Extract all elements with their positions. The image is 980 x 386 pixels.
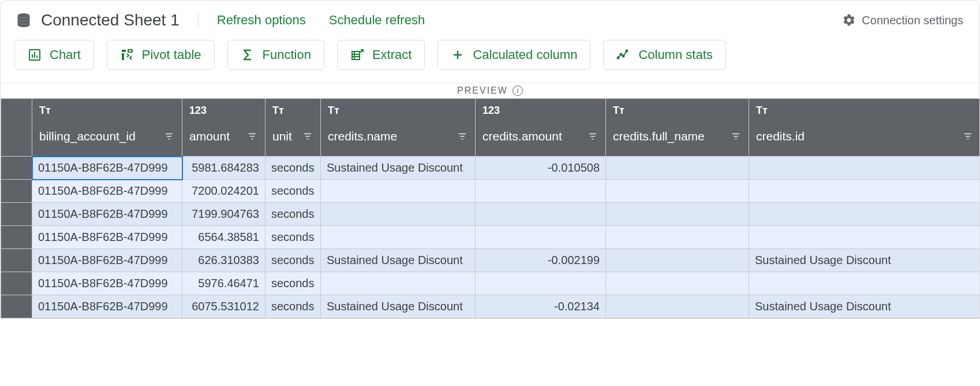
cell[interactable]: 01150A-B8F62B-47D999 — [32, 203, 182, 226]
row-gutter[interactable] — [1, 295, 32, 318]
cell[interactable] — [476, 180, 606, 203]
cell[interactable]: 7200.024201 — [182, 180, 265, 203]
cell[interactable] — [476, 203, 606, 226]
table-body: 01150A-B8F62B-47D9995981.684283secondsSu… — [1, 157, 981, 318]
cell[interactable]: 6075.531012 — [182, 295, 265, 318]
cell[interactable]: 5981.684283 — [182, 157, 265, 180]
column-header-credits-full_name[interactable]: Tтcredits.full_name — [606, 99, 749, 157]
cell[interactable]: seconds — [265, 203, 321, 226]
pivot-table-button[interactable]: Pivot table — [107, 40, 215, 70]
filter-icon[interactable] — [246, 131, 258, 142]
header-bar: Connected Sheet 1 Refresh options Schedu… — [1, 1, 979, 40]
cell[interactable] — [606, 272, 749, 295]
cell[interactable] — [321, 180, 476, 203]
column-name: billing_account_id — [39, 129, 136, 143]
cell[interactable] — [321, 203, 476, 226]
cell[interactable] — [606, 203, 749, 226]
type-badge: 123 — [189, 105, 258, 117]
refresh-options-link[interactable]: Refresh options — [217, 13, 306, 28]
cell[interactable] — [749, 180, 981, 203]
cell[interactable]: -0.010508 — [476, 157, 606, 180]
cell[interactable] — [476, 226, 606, 249]
cell[interactable] — [321, 272, 476, 295]
svg-rect-3 — [122, 53, 124, 60]
filter-icon[interactable] — [730, 131, 742, 142]
cell[interactable] — [606, 295, 749, 318]
table-row: 01150A-B8F62B-47D9996075.531012secondsSu… — [1, 295, 981, 318]
column-header-amount[interactable]: 123amount — [182, 99, 265, 157]
cell[interactable]: 7199.904763 — [182, 203, 265, 226]
row-gutter[interactable] — [1, 249, 32, 272]
type-badge: Tт — [756, 105, 974, 117]
filter-icon[interactable] — [587, 131, 599, 142]
column-header-unit[interactable]: Tтunit — [265, 99, 321, 157]
connection-settings-link[interactable]: Connection settings — [842, 13, 963, 27]
pivot-table-button-label: Pivot table — [142, 47, 201, 62]
cell[interactable]: 6564.38581 — [182, 226, 265, 249]
table-row: 01150A-B8F62B-47D9995981.684283secondsSu… — [1, 157, 981, 180]
cell[interactable]: 626.310383 — [182, 249, 265, 272]
schedule-refresh-link[interactable]: Schedule refresh — [329, 13, 425, 28]
cell[interactable]: Sustained Usage Discount — [749, 295, 981, 318]
cell[interactable]: seconds — [265, 180, 321, 203]
extract-button[interactable]: Extract — [337, 40, 425, 70]
cell[interactable] — [749, 226, 981, 249]
cell[interactable] — [749, 203, 981, 226]
cell[interactable] — [321, 226, 476, 249]
column-header-billing_account_id[interactable]: Tтbilling_account_id — [32, 99, 182, 157]
gutter-header — [1, 99, 32, 157]
preview-label: PREVIEW — [457, 86, 508, 96]
cell[interactable]: 01150A-B8F62B-47D999 — [32, 295, 182, 318]
column-stats-button[interactable]: Column stats — [603, 40, 725, 70]
row-gutter[interactable] — [1, 272, 32, 295]
cell[interactable]: 01150A-B8F62B-47D999 — [32, 272, 182, 295]
cell[interactable]: 01150A-B8F62B-47D999 — [32, 180, 182, 203]
cell[interactable]: seconds — [265, 226, 321, 249]
cell[interactable]: seconds — [265, 157, 321, 180]
cell[interactable]: -0.02134 — [476, 295, 606, 318]
cell[interactable]: Sustained Usage Discount — [749, 249, 981, 272]
function-button[interactable]: Function — [227, 40, 324, 70]
cell[interactable] — [749, 157, 981, 180]
preview-label-bar: PREVIEW i — [1, 83, 979, 98]
column-header-credits-amount[interactable]: 123credits.amount — [476, 99, 606, 157]
filter-icon[interactable] — [163, 131, 175, 142]
cell[interactable]: seconds — [265, 295, 321, 318]
cell[interactable]: 01150A-B8F62B-47D999 — [32, 226, 182, 249]
cell[interactable]: Sustained Usage Discount — [321, 249, 476, 272]
cell[interactable] — [749, 272, 981, 295]
sheet-title-group: Connected Sheet 1 — [14, 11, 179, 29]
row-gutter[interactable] — [1, 226, 32, 249]
gear-icon — [842, 13, 856, 27]
chart-button[interactable]: Chart — [14, 40, 94, 70]
cell[interactable]: Sustained Usage Discount — [321, 295, 476, 318]
cell[interactable] — [606, 226, 749, 249]
row-gutter[interactable] — [1, 180, 32, 203]
cell[interactable] — [606, 180, 749, 203]
cell[interactable]: seconds — [265, 272, 321, 295]
type-badge: 123 — [482, 105, 599, 117]
row-gutter[interactable] — [1, 203, 32, 226]
cell[interactable]: 5976.46471 — [182, 272, 265, 295]
filter-icon[interactable] — [302, 131, 313, 142]
cell[interactable] — [476, 272, 606, 295]
svg-point-5 — [618, 57, 619, 59]
column-header-row: Tтbilling_account_id123amountTтunitTтcre… — [1, 99, 981, 157]
column-header-credits-id[interactable]: Tтcredits.id — [749, 99, 981, 157]
calculated-column-button[interactable]: Calculated column — [437, 40, 590, 70]
cell[interactable] — [606, 249, 749, 272]
table-row: 01150A-B8F62B-47D9997200.024201seconds — [1, 180, 981, 203]
cell[interactable]: 01150A-B8F62B-47D999 — [32, 157, 182, 180]
cell[interactable]: -0.002199 — [476, 249, 606, 272]
cell[interactable]: seconds — [265, 249, 321, 272]
table-row: 01150A-B8F62B-47D9997199.904763seconds — [1, 203, 981, 226]
info-icon[interactable]: i — [513, 86, 523, 96]
cell[interactable]: 01150A-B8F62B-47D999 — [32, 249, 182, 272]
filter-icon[interactable] — [457, 131, 468, 142]
cell[interactable]: Sustained Usage Discount — [321, 157, 476, 180]
cell[interactable] — [606, 157, 749, 180]
row-gutter[interactable] — [1, 157, 32, 180]
filter-icon[interactable] — [962, 131, 974, 142]
column-header-credits-name[interactable]: Tтcredits.name — [321, 99, 476, 157]
svg-point-7 — [623, 55, 624, 57]
